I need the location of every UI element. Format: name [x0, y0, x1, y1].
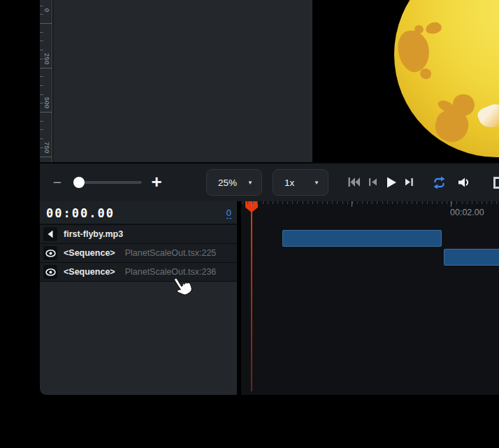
timeline-tick	[372, 201, 373, 204]
canvas-stage: 0 250 500 750	[0, 0, 499, 162]
timeline-tick	[263, 201, 263, 204]
speaker-icon	[45, 229, 56, 240]
ruler-tick	[40, 103, 43, 103]
timeline-tick	[342, 201, 343, 204]
eye-icon	[45, 267, 57, 277]
planet-highlight-shape	[476, 101, 499, 131]
timeline-tick	[322, 201, 323, 204]
timeline-tick-major	[451, 201, 451, 207]
playhead-line	[251, 201, 252, 391]
ruler-tick	[40, 85, 43, 86]
hand-pointer-cursor	[171, 275, 194, 301]
skip-to-start-icon	[348, 176, 361, 189]
track-row-sequence[interactable]: <Sequence> PlanetScaleOut.tsx:225	[40, 244, 237, 263]
track-source: PlanetScaleOut.tsx:225	[125, 248, 217, 258]
timeline-panel: 00:00.00 0 first-flyby.mp3	[40, 201, 499, 395]
timeline-tick	[462, 201, 463, 204]
ruler-tick	[40, 112, 52, 113]
timeline-time-label: 00:02.00	[450, 208, 484, 217]
ruler-tick	[40, 14, 43, 15]
volume-button[interactable]	[457, 176, 471, 189]
ruler-label: 0	[43, 8, 50, 13]
timeline-clip-bar[interactable]	[282, 230, 442, 247]
timeline-tick	[317, 201, 318, 204]
current-frame-link[interactable]: 0	[226, 208, 231, 219]
ruler-tick	[40, 23, 52, 24]
timeline-tick	[268, 201, 268, 204]
skip-to-start-button[interactable]	[348, 176, 361, 189]
ruler-label: 750	[43, 142, 50, 154]
timeline-tick	[297, 201, 298, 204]
volume-icon	[457, 176, 471, 189]
track-label: <Sequence>	[64, 267, 115, 277]
track-label: first-flyby.mp3	[64, 229, 123, 239]
planet-crater	[419, 68, 432, 80]
ruler-tick	[40, 50, 43, 50]
timeline-tick	[382, 201, 383, 204]
current-timecode: 00:00.00	[46, 206, 115, 220]
chevron-down-icon: ▼	[247, 180, 253, 186]
planet-graphic	[394, 0, 499, 157]
zoom-slider-thumb[interactable]	[73, 177, 85, 188]
ruler-tick	[40, 68, 52, 68]
fullscreen-icon[interactable]	[493, 177, 499, 189]
track-row-audio[interactable]: first-flyby.mp3	[40, 225, 237, 244]
timeline-tick	[472, 201, 472, 204]
ruler-tick	[40, 157, 52, 157]
timeline-tick	[282, 201, 283, 204]
timeline-tick	[273, 201, 273, 204]
previous-frame-button[interactable]	[368, 176, 378, 189]
timeline-tick	[407, 201, 407, 204]
ruler-tick	[40, 59, 43, 59]
previous-frame-icon	[368, 176, 378, 189]
timeline-clip-bar[interactable]	[444, 249, 499, 266]
ruler-tick	[40, 41, 43, 41]
timeline-tick	[447, 201, 447, 204]
timeline-tick	[491, 201, 492, 204]
next-frame-button[interactable]	[404, 176, 414, 189]
ruler-tick	[40, 147, 43, 148]
ruler-tick	[40, 94, 43, 95]
timeline-tick	[486, 201, 487, 204]
mute-toggle[interactable]	[43, 227, 57, 241]
timeline-tick	[292, 201, 293, 204]
timeline-tick	[367, 201, 368, 204]
eye-icon	[45, 248, 57, 259]
canvas-scale-value: 25%	[218, 178, 237, 188]
timeline-tick-major	[252, 201, 252, 207]
timeline-tick	[456, 201, 457, 204]
playback-toolbar: − + 25% ▼ 1x ▼	[40, 162, 499, 201]
timeline-tick	[352, 201, 353, 204]
timeline-tick	[327, 201, 328, 204]
track-list-panel: 00:00.00 0 first-flyby.mp3	[40, 201, 237, 395]
chevron-down-icon: ▼	[314, 180, 319, 186]
ruler-tick	[40, 138, 43, 139]
playback-rate-value: 1x	[284, 178, 294, 188]
loop-toggle-button[interactable]	[432, 176, 447, 189]
next-frame-icon	[404, 176, 414, 189]
timeline-track-area[interactable]: 00:02.00	[241, 201, 499, 395]
composition-preview	[312, 0, 499, 162]
timeline-tick	[362, 201, 363, 204]
timeline-tick	[467, 201, 468, 204]
timeline-tick	[482, 201, 482, 204]
timeline-tick	[427, 201, 428, 204]
visibility-toggle[interactable]	[43, 246, 57, 260]
timeline-tick	[496, 201, 497, 204]
timeline-tick	[308, 201, 308, 204]
timeline-tick-major	[352, 201, 352, 207]
ruler-tick	[40, 32, 43, 33]
track-row-sequence[interactable]: <Sequence> PlanetScaleOut.tsx:236	[40, 263, 237, 282]
timeline-header: 00:00.00 0	[40, 201, 237, 225]
timeline-tick	[243, 201, 243, 204]
ruler-tick	[40, 129, 43, 130]
play-button[interactable]	[385, 176, 398, 189]
ruler-label: 500	[43, 97, 50, 109]
visibility-toggle[interactable]	[43, 265, 57, 279]
track-label: <Sequence>	[64, 248, 115, 258]
zoom-out-button[interactable]: −	[50, 173, 65, 192]
timeline-tick	[257, 201, 258, 204]
zoom-in-button[interactable]: +	[147, 171, 166, 192]
canvas-scale-select[interactable]: 25% ▼	[206, 169, 262, 196]
playback-rate-select[interactable]: 1x ▼	[273, 169, 328, 196]
